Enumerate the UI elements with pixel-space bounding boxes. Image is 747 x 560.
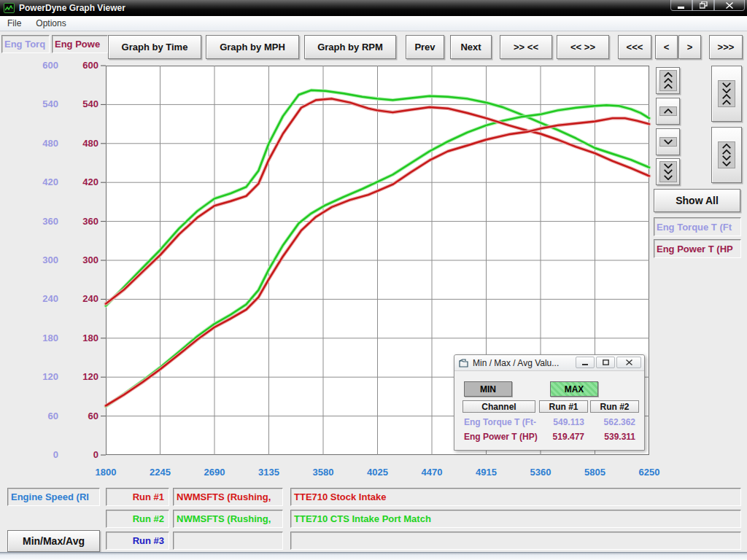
run2-file: NWMSFTS (Rushing, (173, 510, 283, 528)
restore-icon (700, 1, 708, 9)
x-tick-label: 2690 (191, 467, 238, 478)
torque-axis-labels: 060120180240300360420480540600 (15, 66, 58, 455)
minmax-close-button[interactable] (616, 357, 641, 368)
powerdyne-window: PowerDyne Graph Viewer File Options Eng … (0, 0, 747, 560)
minmax-row-value: 562.362 (590, 417, 635, 427)
y-tick-label: 60 (63, 411, 98, 421)
prev-button[interactable]: Prev (406, 35, 444, 59)
graph-by-rpm-button[interactable]: Graph by RPM (304, 35, 396, 59)
title-bar[interactable]: PowerDyne Graph Viewer (0, 0, 747, 16)
minimize-icon (678, 2, 685, 9)
torque-channel-label[interactable]: Eng Torque T (Ft (654, 217, 741, 236)
x-tick-label: 6250 (626, 467, 673, 478)
y-tick-label: 360 (63, 216, 98, 227)
minimize-button[interactable] (670, 0, 692, 11)
y-tick-label: 540 (63, 98, 98, 109)
y-tick-label: 420 (15, 176, 58, 187)
y-tick-label: 480 (15, 138, 58, 149)
y-tick-label: 240 (63, 293, 98, 304)
x-tick-label: 4470 (409, 467, 455, 478)
y-tick-label: 300 (63, 254, 98, 265)
scroll-left-button[interactable]: < (655, 35, 678, 59)
scale-down-fast-button[interactable] (656, 158, 680, 185)
minmax-restore-button[interactable] (596, 357, 615, 368)
minmax-window: Min / Max / Avg Valu... MIN MAX Channel … (454, 354, 645, 451)
graph-by-mph-button[interactable]: Graph by MPH (206, 35, 299, 59)
menu-bar: File Options (0, 16, 747, 31)
scroll-first-button[interactable]: <<< (618, 35, 651, 59)
compress-vertical-button[interactable] (711, 66, 742, 122)
y-tick-label: 600 (63, 60, 98, 71)
scale-up-fast-button[interactable] (656, 67, 680, 94)
x-channel-button[interactable]: Engine Speed (RI (7, 488, 100, 506)
chevrons-converge-icon (718, 80, 735, 107)
run1-description: TTE710 Stock Intake (290, 488, 741, 506)
run1-label: Run #1 (106, 488, 169, 506)
scroll-right-button[interactable]: > (678, 35, 701, 59)
y-tick-label: 120 (63, 371, 98, 382)
close-icon (726, 2, 733, 9)
minmax-minimize-button[interactable] (576, 357, 595, 368)
x-tick-label: 5805 (572, 467, 619, 478)
chevrons-diverge-icon (718, 141, 735, 168)
scale-up-button[interactable] (656, 98, 680, 125)
menu-file[interactable]: File (0, 17, 28, 30)
run3-description (290, 532, 741, 550)
show-all-button[interactable]: Show All (654, 189, 740, 212)
run3-label: Run #3 (106, 532, 169, 550)
y-tick-label: 600 (15, 60, 58, 71)
menu-options[interactable]: Options (28, 17, 73, 30)
channel-column-header[interactable]: Channel (462, 400, 535, 413)
expand-vertical-button[interactable] (711, 127, 742, 183)
y-tick-label: 0 (15, 449, 58, 460)
y-tick-label: 60 (15, 411, 58, 421)
eng-torque-channel-button[interactable]: Eng Torq (1, 35, 50, 53)
y-tick-label: 0 (63, 449, 98, 460)
x-tick-label: 4025 (355, 467, 401, 478)
run1-file: NWMSFTS (Rushing, (173, 488, 283, 506)
minmax-row-value: 539.311 (590, 432, 635, 442)
scroll-last-button[interactable]: >>> (709, 35, 743, 59)
minmax-avg-button[interactable]: Min/Max/Avg (7, 530, 100, 552)
y-tick-label: 300 (15, 254, 58, 265)
run1-column-header[interactable]: Run #1 (539, 400, 588, 413)
x-tick-label: 3580 (300, 467, 347, 478)
y-tick-label: 540 (15, 98, 58, 109)
minmax-row-value: 519.477 (539, 432, 584, 442)
min-toggle-button[interactable]: MIN (464, 381, 512, 397)
close-button[interactable] (714, 0, 745, 11)
chevron-down-icon (659, 137, 677, 147)
eng-power-channel-button[interactable]: Eng Powe (52, 35, 108, 53)
scale-down-button[interactable] (656, 128, 680, 155)
x-tick-label: 2245 (137, 467, 184, 478)
close-icon (626, 359, 632, 365)
chevron-triple-up-icon (659, 70, 677, 91)
max-toggle-button[interactable]: MAX (550, 381, 598, 397)
y-tick-label: 360 (15, 216, 58, 227)
x-tick-label: 5360 (517, 467, 564, 478)
power-channel-label[interactable]: Eng Power T (HP (654, 239, 741, 258)
minmax-window-title: Min / Max / Avg Valu... (473, 358, 559, 368)
run2-label: Run #2 (106, 510, 169, 528)
taskbar-edge (0, 552, 747, 560)
x-tick-label: 3135 (246, 467, 293, 478)
run2-column-header[interactable]: Run #2 (590, 400, 639, 413)
y-tick-label: 420 (63, 176, 98, 187)
y-tick-label: 240 (15, 293, 58, 304)
minmax-row-channel: Eng Torque T (Ft- (464, 417, 541, 427)
minmax-row-channel: Eng Power T (HP) (464, 432, 541, 442)
restore-icon (603, 359, 609, 365)
chevron-up-icon (659, 106, 677, 116)
restore-button[interactable] (692, 0, 714, 11)
graph-by-time-button[interactable]: Graph by Time (108, 35, 201, 59)
window-title: PowerDyne Graph Viewer (19, 3, 125, 13)
y-tick-label: 180 (63, 332, 98, 343)
minmax-title-bar[interactable]: Min / Max / Avg Valu... (454, 355, 644, 371)
next-button[interactable]: Next (450, 35, 492, 59)
app-icon (4, 3, 15, 13)
zoom-out-button[interactable]: << >> (557, 35, 609, 59)
minimize-icon (582, 360, 588, 365)
y-tick-label: 480 (63, 138, 98, 149)
x-axis-labels: 1800224526903135358040254470491553605805… (106, 467, 649, 480)
zoom-in-button[interactable]: >> << (500, 35, 552, 59)
